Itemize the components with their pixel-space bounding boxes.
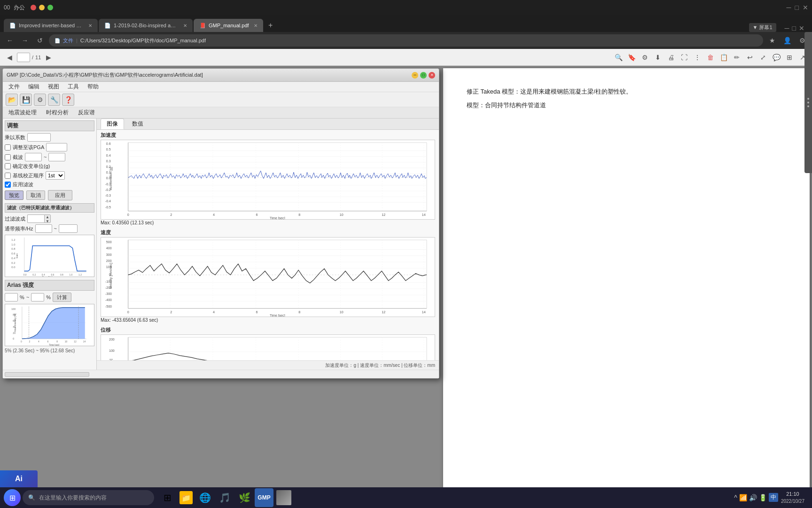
pdf-zoom-out[interactable]: 🔍 — [613, 52, 624, 63]
filter-order-input[interactable]: 4 — [27, 214, 44, 223]
toolbar-settings[interactable]: ⚙ — [34, 94, 46, 106]
filter-freq-to[interactable]: 40.0 — [59, 224, 78, 233]
win-restore-btn[interactable]: □ — [792, 24, 796, 32]
pdf-bookmark[interactable]: 🔖 — [626, 52, 637, 63]
win-min-btn[interactable]: ─ — [785, 24, 789, 32]
toolbar-tool[interactable]: 🔧 — [48, 94, 60, 106]
taskbar-app-taskview[interactable]: ⊞ — [158, 488, 177, 507]
pdf-next-page[interactable]: ▶ — [43, 52, 54, 63]
pdf-fit[interactable]: ⤢ — [757, 52, 769, 63]
browser-tab-1[interactable]: 📄 Improved inverter-based vibrati... ✕ — [4, 19, 98, 32]
tab3-close-icon[interactable]: ✕ — [254, 23, 258, 28]
menu-tools[interactable]: 工具 — [64, 82, 83, 92]
start-button[interactable]: ⊞ — [4, 489, 21, 506]
ai-button[interactable]: Ai — [0, 470, 38, 487]
gmp-toolbar: 📂 💾 ⚙ 🔧 ❓ — [3, 92, 439, 107]
browser-tab-2[interactable]: 📄 1-2019-02-Bio-inspired anti-vib... ✕ — [99, 19, 193, 32]
forward-button[interactable]: → — [19, 34, 31, 47]
pdf-more[interactable]: ⋮ — [692, 52, 703, 63]
spinbox-up[interactable]: ▲ — [45, 215, 50, 219]
taskbar-app-gmp[interactable]: GMP — [255, 488, 273, 507]
pdf-settings[interactable]: ⚙ — [639, 52, 650, 63]
user-button[interactable]: 👤 — [781, 34, 793, 47]
menu-file[interactable]: 文件 — [5, 82, 23, 92]
baseline-select[interactable]: 1st2nd3rd — [46, 171, 65, 180]
tray-clock[interactable]: 21:10 2022/10/27 — [781, 491, 804, 504]
bookmark-button[interactable]: ★ — [766, 34, 778, 47]
back-button[interactable]: ← — [4, 34, 16, 47]
horizontal-scrollbar[interactable] — [5, 372, 89, 377]
tab-values[interactable]: 数值 — [126, 119, 149, 129]
subtb-response[interactable]: 反应谱 — [76, 108, 97, 118]
truncate-checkbox[interactable] — [5, 154, 11, 160]
scale-pga-checkbox[interactable] — [5, 144, 11, 151]
tab2-close-icon[interactable]: ✕ — [183, 23, 187, 28]
menu-help[interactable]: 帮助 — [84, 82, 102, 92]
toolbar-help[interactable]: ❓ — [62, 94, 74, 106]
url-bar[interactable]: 📄 文件 | C:/Users/321/Desktop/GMP软件/doc/GM… — [49, 34, 763, 47]
baseline-checkbox[interactable] — [5, 173, 11, 179]
filter-checkbox[interactable] — [5, 182, 11, 188]
menu-view[interactable]: 视图 — [44, 82, 63, 92]
taskbar-app-img[interactable] — [274, 488, 293, 507]
win-close-btn[interactable]: ✕ — [799, 24, 804, 32]
pdf-fullscreen[interactable]: ⛶ — [679, 52, 690, 63]
filter-freq-from[interactable]: 0.2 — [35, 224, 52, 233]
cancel-button[interactable]: 取消 — [26, 190, 45, 200]
toolbar-open[interactable]: 📂 — [6, 94, 18, 106]
gmp-minimize-button[interactable]: ─ — [412, 72, 418, 79]
pdf-page-input[interactable]: 6 — [17, 53, 30, 62]
arias-from-input[interactable]: 5 — [5, 293, 18, 302]
spinbox-down[interactable]: ▼ — [45, 219, 50, 223]
arias-calc-button[interactable]: 计算 — [53, 293, 71, 302]
unit-checkbox[interactable] — [5, 163, 11, 169]
menu-edit[interactable]: 编辑 — [24, 82, 43, 92]
tray-ime-icon[interactable]: 中 — [769, 493, 778, 502]
truncate-from-input[interactable]: 0.0 — [25, 153, 42, 161]
pdf-annotation[interactable]: ✏ — [731, 52, 742, 63]
tray-chevron-icon[interactable]: ^ — [734, 494, 737, 501]
search-placeholder: 在这里输入你要搜索的内容 — [39, 494, 107, 502]
pdf-rotate[interactable]: ↩ — [744, 52, 756, 63]
pdf-download[interactable]: ⬇ — [652, 52, 664, 63]
toolbar-save[interactable]: 💾 — [20, 94, 32, 106]
tab1-close-icon[interactable]: ✕ — [88, 23, 92, 28]
new-tab-button[interactable]: + — [264, 19, 277, 32]
tab-dropdown-btn[interactable]: ▼ 屏幕1 — [749, 23, 776, 32]
subtb-timehistory[interactable]: 时程分析 — [44, 108, 70, 118]
pdf-print[interactable]: 🖨 — [665, 52, 677, 63]
truncate-to-input[interactable]: 0.0 — [48, 153, 65, 161]
gmp-close-button[interactable]: ✕ — [429, 72, 435, 79]
pdf-text-1: 修正 Takeda 模型：这是用来建模钢筋混凝土梁/柱的塑性铰。 — [467, 87, 786, 97]
browser-tab-3[interactable]: 📕 GMP_manual.pdf ✕ — [194, 19, 263, 32]
charts-container[interactable]: 加速度 — [97, 130, 439, 360]
os-max-btn[interactable] — [47, 5, 53, 10]
apply-button[interactable]: 应用 — [48, 190, 72, 200]
pdf-remove[interactable]: 🗑 — [705, 52, 716, 63]
gmp-maximize-button[interactable]: □ — [420, 72, 427, 79]
taskbar-app-music[interactable]: 🎵 — [215, 488, 234, 507]
scale-pga-input[interactable]: 0.436 — [46, 143, 67, 151]
tab-image[interactable]: 图像 — [101, 119, 124, 129]
right-sidebar — [804, 32, 812, 173]
arias-to-input[interactable]: 95 — [31, 293, 44, 302]
reload-button[interactable]: ↺ — [34, 34, 46, 47]
os-close-btn[interactable] — [31, 5, 36, 10]
tray-battery-icon[interactable]: 🔋 — [759, 494, 767, 501]
svg-text:12: 12 — [382, 213, 385, 217]
pdf-comment[interactable]: 💬 — [771, 52, 782, 63]
taskbar-app-edge[interactable]: 🌐 — [195, 488, 214, 507]
tray-volume-icon[interactable]: 🔊 — [749, 494, 757, 501]
subtb-seismic[interactable]: 地震波处理 — [7, 108, 39, 118]
pdf-copy[interactable]: 📋 — [718, 52, 729, 63]
os-min-btn[interactable] — [39, 5, 45, 10]
taskbar-app-file[interactable]: 📁 — [178, 489, 195, 506]
scale-factor-input[interactable]: 1.0 — [27, 133, 51, 142]
pdf-view-mode[interactable]: ⊞ — [784, 52, 795, 63]
tray-network-icon[interactable]: 📶 — [739, 494, 747, 501]
svg-text:Time [sec]: Time [sec] — [270, 314, 285, 317]
preview-button[interactable]: 预览 — [5, 190, 23, 200]
taskbar-search[interactable]: 🔍 在这里输入你要搜索的内容 — [23, 490, 154, 505]
taskbar-app-green[interactable]: 🌿 — [235, 488, 254, 507]
pdf-prev-page[interactable]: ◀ — [4, 52, 15, 63]
